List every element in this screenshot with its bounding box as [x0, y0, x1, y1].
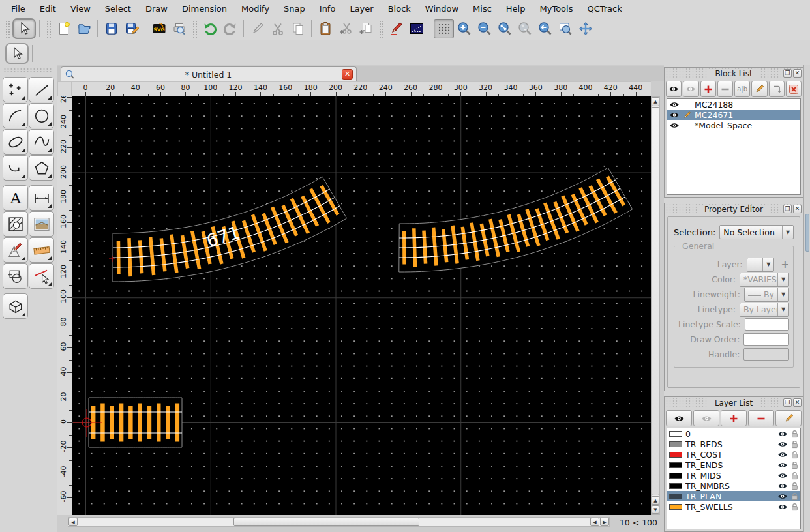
layer-hide-button[interactable]: [693, 410, 719, 426]
property-combo[interactable]: By▼: [744, 288, 789, 302]
lock-icon[interactable]: [791, 471, 798, 480]
zoom-back-button[interactable]: [535, 19, 555, 38]
zoom-out-button[interactable]: [474, 19, 494, 38]
menu-help[interactable]: Help: [499, 1, 533, 16]
eye-icon[interactable]: [777, 441, 788, 448]
menu-layer[interactable]: Layer: [342, 1, 380, 16]
add-layer-plus-icon[interactable]: +: [781, 259, 789, 271]
lock-icon[interactable]: [791, 492, 798, 501]
float-panel-icon[interactable]: ❐: [783, 398, 792, 407]
draw-pen-button[interactable]: [386, 19, 406, 38]
cut-button[interactable]: [267, 19, 288, 38]
grid-toggle-button[interactable]: [434, 19, 454, 38]
dock-scroll-thumb[interactable]: [805, 214, 809, 252]
layer-remove-button[interactable]: [748, 410, 774, 426]
eye-icon[interactable]: [777, 482, 788, 490]
menu-draw[interactable]: Draw: [138, 1, 175, 16]
float-panel-icon[interactable]: ❐: [783, 205, 792, 213]
lock-icon[interactable]: [791, 482, 798, 490]
layer-row[interactable]: TR_BEDS: [667, 439, 800, 449]
eye-icon[interactable]: [777, 451, 788, 458]
zoom-auto-button[interactable]: [494, 19, 515, 38]
toolbar-drag-handle[interactable]: [378, 20, 383, 38]
layer-row[interactable]: TR_NMBRS: [667, 480, 800, 491]
menu-modify[interactable]: Modify: [234, 1, 277, 16]
zoom-previous-button[interactable]: [515, 19, 535, 38]
new-document-button[interactable]: [53, 19, 74, 38]
layer-row[interactable]: TR_MIDS: [667, 470, 800, 480]
block-remove-button[interactable]: [717, 81, 733, 97]
scroll-right-button[interactable]: ▶: [600, 518, 609, 526]
lock-icon[interactable]: [791, 440, 798, 449]
property-editor-titlebar[interactable]: Property Editor ❐✕: [665, 203, 803, 214]
selection-combo[interactable]: No Selection ▼: [719, 225, 794, 239]
selection-pointer-button[interactable]: [5, 43, 29, 64]
save-as-button[interactable]: [121, 19, 142, 38]
scroll-left-button[interactable]: ◀: [68, 518, 78, 526]
eye-icon[interactable]: [777, 493, 788, 500]
copy-with-reference-button[interactable]: [355, 19, 376, 38]
property-combo[interactable]: ▼: [747, 258, 775, 272]
dock-resize-strip[interactable]: [803, 65, 810, 532]
canvas-vertical-scrollbar[interactable]: ▲ ▲ ▼: [651, 96, 660, 515]
menu-edit[interactable]: Edit: [33, 1, 63, 16]
hatch-tool-button[interactable]: [3, 211, 28, 237]
menu-qctrack[interactable]: QCTrack: [580, 1, 629, 16]
dimension-tool-button[interactable]: [29, 185, 54, 211]
zoom-window-button[interactable]: [555, 19, 575, 38]
cut-with-reference-button[interactable]: [335, 19, 355, 38]
arc-tool-button[interactable]: [3, 103, 28, 128]
zoom-in-button[interactable]: [454, 19, 474, 38]
eye-icon[interactable]: [777, 430, 788, 437]
polygon-tool-button[interactable]: [29, 155, 54, 181]
point-tool-button[interactable]: [3, 77, 28, 102]
polyline-tool-button[interactable]: [3, 155, 28, 181]
property-combo[interactable]: *VARIES*▼: [740, 273, 789, 287]
paste-button[interactable]: [315, 19, 335, 38]
solid-3d-tool-button[interactable]: [3, 293, 28, 319]
block-show-button[interactable]: [666, 81, 682, 97]
palette-drag-handle[interactable]: [3, 68, 53, 73]
lock-icon[interactable]: [791, 503, 798, 511]
block-row[interactable]: MC24671: [667, 110, 800, 120]
save-button[interactable]: [101, 19, 121, 38]
zoom-pan-button[interactable]: [575, 19, 595, 38]
block-insert-button[interactable]: [769, 81, 785, 97]
toolbar-drag-handle[interactable]: [192, 20, 197, 38]
spline-tool-button[interactable]: [29, 129, 54, 155]
float-panel-icon[interactable]: ❐: [783, 69, 792, 78]
vertical-scroll-thumb[interactable]: [652, 107, 659, 495]
layer-row[interactable]: TR_COST: [667, 449, 800, 460]
menu-select[interactable]: Select: [98, 1, 138, 16]
block-list-titlebar[interactable]: Block List ❐✕: [665, 68, 803, 79]
open-document-button[interactable]: [74, 19, 94, 38]
document-tab[interactable]: * Untitled 1 ✕: [61, 66, 357, 81]
toolbar-drag-handle[interactable]: [46, 20, 51, 38]
block-row[interactable]: MC24188: [667, 99, 800, 110]
circle-tool-button[interactable]: [29, 103, 54, 128]
block-edit-button[interactable]: [751, 81, 767, 97]
scroll-down-button[interactable]: ▼: [652, 505, 659, 514]
curve-track-right[interactable]: [399, 168, 633, 272]
image-tool-button[interactable]: [29, 211, 54, 237]
property-combo[interactable]: By Layer▼: [740, 303, 789, 317]
tab-close-button[interactable]: ✕: [342, 69, 353, 80]
toolbar-drag-handle[interactable]: [5, 20, 10, 38]
menu-dimension[interactable]: Dimension: [175, 1, 234, 16]
menu-block[interactable]: Block: [381, 1, 418, 16]
property-input[interactable]: [743, 348, 789, 361]
print-preview-button[interactable]: [169, 19, 189, 38]
close-panel-icon[interactable]: ✕: [793, 69, 802, 78]
block-hide-button[interactable]: [683, 81, 698, 97]
close-panel-icon[interactable]: ✕: [793, 398, 802, 407]
block-rename-button[interactable]: a|b: [734, 81, 750, 97]
modify-tool-button[interactable]: [3, 237, 28, 263]
line-tool-button[interactable]: [29, 77, 54, 102]
menu-view[interactable]: View: [63, 1, 98, 16]
menu-info[interactable]: Info: [312, 1, 343, 16]
select-tool-button[interactable]: [12, 18, 36, 39]
layer-edit-button[interactable]: [775, 410, 802, 426]
svg-export-button[interactable]: SVG: [149, 19, 169, 38]
layer-show-button[interactable]: [666, 410, 692, 426]
eye-icon[interactable]: [777, 503, 788, 510]
